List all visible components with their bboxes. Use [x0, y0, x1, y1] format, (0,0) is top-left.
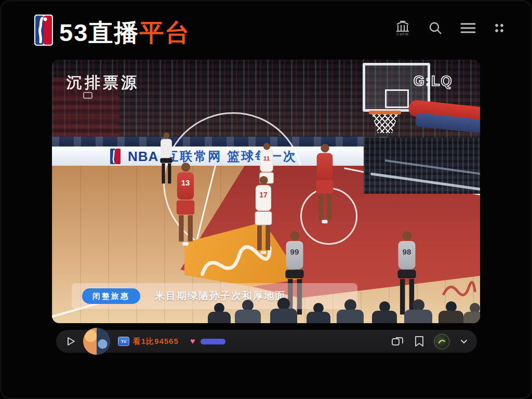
- player-red-13: 13: [177, 163, 195, 246]
- header-actions: CaKM: [395, 20, 505, 36]
- bookmark-icon[interactable]: [414, 336, 424, 347]
- spectator-silhouette: [235, 300, 261, 323]
- chevron-down-icon[interactable]: [459, 337, 469, 346]
- cast-icon[interactable]: [391, 336, 404, 347]
- broadcaster-logo: G:LQ: [414, 73, 453, 89]
- control-right-group: [391, 335, 469, 349]
- caption-text: 米目期绿陋孙子次和厚地面: [155, 289, 286, 303]
- backboard-square: [385, 89, 409, 108]
- hall-icon-caption: CaKM: [396, 32, 408, 36]
- player-red-right: [316, 144, 334, 223]
- video-player[interactable]: NBA 互联常网 篮球每一次: [52, 60, 480, 323]
- hall-icon[interactable]: CaKM: [395, 20, 410, 36]
- search-icon[interactable]: [428, 21, 443, 35]
- referee-far: [160, 132, 172, 183]
- caption-badge: 闭整旅惠: [82, 288, 140, 304]
- watermark-mini-icon: [83, 92, 92, 99]
- player-white-17: 17: [255, 176, 272, 254]
- spectator-silhouette: [463, 303, 480, 323]
- hoop-rim: [369, 111, 401, 114]
- corner-decal: [441, 277, 477, 300]
- page-title: 53直播平台: [59, 17, 190, 49]
- jersey-number: 13: [177, 178, 194, 187]
- control-bar: TV 看1比94565 ♥: [56, 330, 477, 353]
- referee-number: 99: [286, 247, 303, 257]
- play-button[interactable]: [65, 336, 76, 347]
- ad-brand-text: NBA: [128, 149, 158, 165]
- spectator-silhouette: [337, 299, 364, 323]
- grid-dots-icon[interactable]: [494, 22, 505, 34]
- user-avatar-button[interactable]: [435, 335, 449, 349]
- spectator-silhouette: [404, 299, 432, 323]
- jersey-number: 11: [260, 155, 273, 162]
- progress-bar[interactable]: [201, 339, 225, 344]
- jersey-number: 17: [256, 191, 271, 199]
- brand-accent: 平台: [139, 19, 190, 46]
- watermark-text: 沉排票源: [66, 72, 139, 94]
- spectator-silhouette: [438, 301, 463, 323]
- heart-icon: ♥: [190, 337, 195, 346]
- spectator-silhouette: [208, 303, 231, 323]
- menu-icon[interactable]: [460, 22, 476, 34]
- footer-bar: 2020: [0, 364, 532, 395]
- spectator-silhouette: [270, 298, 297, 323]
- app-screen: 53直播平台 CaKM: [0, 0, 532, 399]
- spectator-silhouette: [372, 301, 397, 323]
- ad-nba-logo: [110, 149, 121, 164]
- spectator-silhouette: [307, 303, 330, 323]
- streamer-avatar[interactable]: [83, 328, 110, 355]
- referee-number: 98: [398, 247, 415, 257]
- nba-logo[interactable]: [34, 15, 53, 46]
- channel-title: 看1比94565: [133, 337, 179, 347]
- tv-badge-icon: TV: [118, 337, 129, 345]
- brand-white: 53直播: [59, 19, 139, 46]
